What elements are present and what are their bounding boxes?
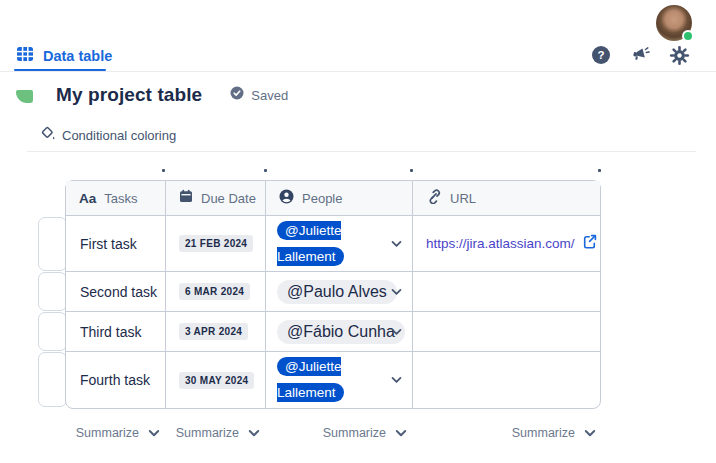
row-drag-handle[interactable] (38, 352, 67, 407)
column-header-tasks[interactable]: Aa Tasks (66, 181, 166, 216)
topbar-actions: ? (590, 46, 690, 68)
column-label: URL (450, 191, 476, 206)
chevron-down-icon[interactable] (391, 328, 402, 336)
chevron-down-icon[interactable] (391, 376, 402, 384)
settings-button[interactable] (668, 46, 690, 68)
url-cell[interactable] (413, 352, 600, 408)
table-grid-icon (16, 45, 34, 67)
chevron-down-icon[interactable] (391, 288, 402, 296)
person-pill[interactable]: @Fábio Cunha (277, 320, 405, 344)
due-date-cell[interactable]: 6 MAR 2024 (166, 272, 266, 312)
conditional-coloring-label: Conditional coloring (62, 128, 176, 143)
calendar-icon (179, 189, 193, 207)
table-row: Third task 3 APR 2024 @Fábio Cunha (66, 312, 600, 352)
person-icon (279, 189, 294, 208)
task-cell[interactable]: Third task (66, 312, 166, 352)
people-cell[interactable]: @Fábio Cunha (266, 312, 413, 352)
date-pill: 30 MAY 2024 (179, 372, 254, 389)
summarize-button-people[interactable]: Summarize (265, 424, 412, 442)
date-pill: 6 MAR 2024 (179, 283, 250, 300)
column-label: People (302, 191, 342, 206)
summarize-row: Summarize Summarize Summarize Summarize (65, 424, 601, 442)
column-resize-handle[interactable] (162, 169, 165, 172)
url-link[interactable]: https://jira.atlassian.com/ (426, 236, 575, 251)
chevron-down-icon (148, 424, 160, 442)
toolbar-divider (27, 151, 696, 152)
app-window: ? (0, 0, 716, 463)
question-mark-icon: ? (591, 45, 611, 69)
people-cell[interactable]: @Juliette Lallement (266, 352, 413, 408)
topbar-divider (0, 71, 716, 72)
summarize-button-url[interactable]: Summarize (412, 424, 601, 442)
row-drag-handle[interactable] (38, 272, 67, 311)
text-aa-icon: Aa (79, 191, 96, 206)
due-date-cell[interactable]: 21 FEB 2024 (166, 216, 266, 272)
column-label: Due Date (201, 191, 256, 206)
table-row: Second task 6 MAR 2024 @Paulo Alves (66, 272, 600, 312)
summarize-button-due-date[interactable]: Summarize (165, 424, 265, 442)
page-title[interactable]: My project table (56, 84, 202, 106)
column-label: Tasks (104, 191, 137, 206)
column-resize-handle[interactable] (264, 169, 267, 172)
announcements-button[interactable] (629, 46, 651, 68)
check-circle-icon (230, 86, 244, 104)
link-icon (426, 188, 442, 208)
column-header-people[interactable]: People (266, 181, 413, 216)
tab-data-table[interactable]: Data table (16, 45, 112, 67)
table-header-row: Aa Tasks Due Date (66, 181, 600, 216)
table-row: First task 21 FEB 2024 @Juliette Lalleme… (66, 216, 600, 272)
column-header-due-date[interactable]: Due Date (166, 181, 266, 216)
url-cell[interactable] (413, 272, 600, 312)
summarize-button-tasks[interactable]: Summarize (65, 424, 165, 442)
task-cell[interactable]: First task (66, 216, 166, 272)
paint-fill-icon (40, 125, 57, 146)
column-header-url[interactable]: URL (413, 181, 600, 216)
green-leaf-icon (16, 90, 33, 103)
person-pill[interactable]: @Paulo Alves (277, 280, 397, 304)
due-date-cell[interactable]: 3 APR 2024 (166, 312, 266, 352)
avatar[interactable] (656, 5, 692, 41)
help-button[interactable]: ? (590, 46, 612, 68)
row-drag-handle[interactable] (38, 217, 67, 271)
column-resize-handle[interactable] (410, 169, 413, 172)
url-cell[interactable] (413, 312, 600, 352)
conditional-coloring-button[interactable]: Conditional coloring (40, 125, 176, 146)
saved-label: Saved (251, 88, 288, 103)
external-link-icon[interactable] (582, 234, 597, 253)
person-mention-pill[interactable]: @Juliette Lallement (277, 221, 344, 266)
chevron-down-icon (584, 424, 596, 442)
gear-icon (669, 45, 690, 70)
task-cell[interactable]: Second task (66, 272, 166, 312)
task-cell[interactable]: Fourth task (66, 352, 166, 408)
megaphone-icon (629, 44, 651, 70)
online-status-dot (682, 30, 694, 42)
table-row: Fourth task 30 MAY 2024 @Juliette Lallem… (66, 352, 600, 408)
tab-label: Data table (43, 48, 112, 64)
date-pill: 3 APR 2024 (179, 323, 248, 340)
people-cell[interactable]: @Paulo Alves (266, 272, 413, 312)
svg-text:?: ? (597, 49, 604, 61)
chevron-down-icon (248, 424, 260, 442)
due-date-cell[interactable]: 30 MAY 2024 (166, 352, 266, 408)
people-cell[interactable]: @Juliette Lallement (266, 216, 413, 272)
title-row: My project table Saved (16, 84, 288, 106)
row-drag-handle[interactable] (38, 312, 67, 351)
chevron-down-icon[interactable] (391, 240, 402, 248)
saved-status-badge: Saved (230, 86, 288, 104)
url-cell[interactable]: https://jira.atlassian.com/ (413, 216, 600, 272)
column-resize-handle[interactable] (598, 169, 601, 172)
data-table: Aa Tasks Due Date (65, 180, 601, 409)
chevron-down-icon (395, 424, 407, 442)
person-mention-pill[interactable]: @Juliette Lallement (277, 357, 344, 402)
date-pill: 21 FEB 2024 (179, 235, 253, 252)
